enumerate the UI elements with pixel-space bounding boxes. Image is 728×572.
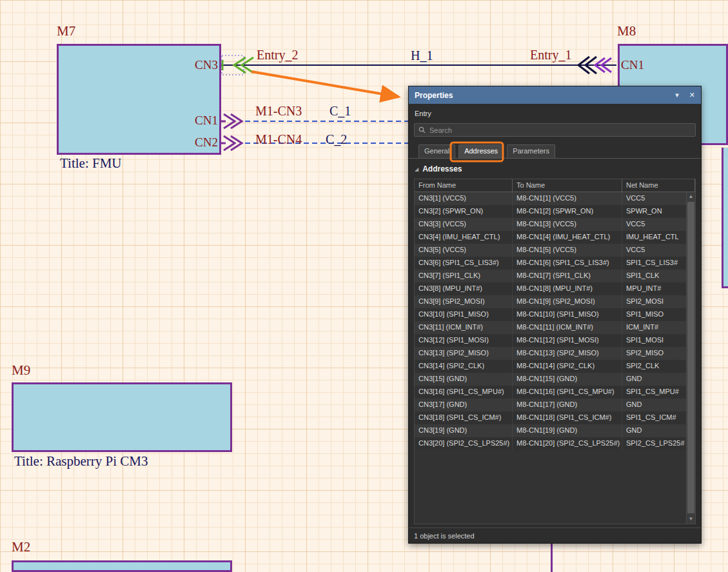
cell-from-name: CN3[15] (GND) [415,373,513,386]
panel-tabs: General Addresses Parameters [409,144,701,159]
cell-net-name: SPI2_CS_LPS25# [622,437,686,450]
cell-net-name: SPI1_CS_MPU# [622,386,686,399]
cell-to-name: M8-CN1[5] (VCC5) [513,244,622,257]
cell-net-name: SPI2_MISO [622,347,686,360]
m7-port-cn3-label[interactable]: CN3 [161,58,218,72]
table-row[interactable]: CN3[10] (SPI1_MISO) M8-CN1[10] (SPI1_MIS… [415,308,686,321]
cell-net-name: SPI1_MOSI [622,334,686,347]
cell-to-name: M8-CN1[6] (SPI1_CS_LIS3#) [513,257,622,270]
tab-parameters[interactable]: Parameters [507,144,555,158]
cell-from-name: CN3[20] (SPI2_CS_LPS25#) [415,437,513,450]
cell-from-name: CN3[7] (SPI1_CLK) [415,270,513,282]
cell-from-name: CN3[9] (SPI2_MOSI) [415,295,513,308]
cell-net-name: SPI1_CS_ICM# [622,411,686,424]
cell-net-name: GND [622,399,686,411]
m7-port-cn1-label[interactable]: CN1 [161,113,218,128]
net-label-m1-cn3[interactable]: M1-CN3 [255,104,302,119]
vertical-scrollbar[interactable]: ▲ ▼ [686,192,695,524]
table-row[interactable]: CN3[18] (SPI1_CS_ICM#) M8-CN1[18] (SPI1_… [415,411,686,424]
panel-close-icon[interactable]: ✕ [689,91,695,99]
table-row[interactable]: CN3[7] (SPI1_CLK) M8-CN1[7] (SPI1_CLK) S… [415,270,686,282]
cell-to-name: M8-CN1[17] (GND) [513,399,622,411]
net-label-h-1[interactable]: H_1 [411,48,433,63]
cell-to-name: M8-CN1[10] (SPI1_MISO) [513,308,622,321]
cell-from-name: CN3[12] (SPI1_MOSI) [415,334,513,347]
table-row[interactable]: CN3[5] (VCC5) M8-CN1[5] (VCC5) VCC5 [415,244,686,257]
cell-to-name: M8-CN1[8] (MPU_INT#) [513,282,622,295]
net-label-m1-cn4[interactable]: M1-CN4 [255,132,302,147]
tab-general[interactable]: General [418,144,455,158]
net-label-entry-2[interactable]: Entry_2 [257,48,298,63]
table-row[interactable]: CN3[3] (VCC5) M8-CN1[3] (VCC5) VCC5 [415,218,686,231]
cell-from-name: CN3[14] (SPI2_CLK) [415,360,513,373]
cell-to-name: M8-CN1[20] (SPI2_CS_LPS25#) [513,437,622,450]
m7-port-cn2-label[interactable]: CN2 [161,135,218,150]
properties-panel: Properties ▾ ✕ Entry General Addresses P… [408,86,702,544]
table-row[interactable]: CN3[13] (SPI2_MISO) M8-CN1[13] (SPI2_MIS… [415,347,686,360]
m8-designator[interactable]: M8 [617,23,636,39]
m2-designator[interactable]: M2 [12,539,30,555]
column-header-to-name[interactable]: To Name [513,179,622,192]
panel-pin-chevron-down-icon[interactable]: ▾ [675,91,679,99]
cell-to-name: M8-CN1[19] (GND) [513,424,622,437]
search-box[interactable] [414,123,696,137]
scroll-up-icon[interactable]: ▲ [687,192,695,201]
scrollbar-thumb[interactable] [687,202,694,513]
table-row[interactable]: CN3[17] (GND) M8-CN1[17] (GND) GND [415,399,686,411]
cell-from-name: CN3[2] (SPWR_ON) [415,205,513,218]
section-expand-triangle-icon[interactable]: ◢ [415,166,418,172]
table-row[interactable]: CN3[1] (VCC5) M8-CN1[1] (VCC5) VCC5 [415,192,686,205]
cell-to-name: M8-CN1[9] (SPI2_MOSI) [513,295,622,308]
table-row[interactable]: CN3[16] (SPI1_CS_MPU#) M8-CN1[16] (SPI1_… [415,386,686,399]
cell-net-name: SPI1_CLK [622,270,686,282]
cell-from-name: CN3[10] (SPI1_MISO) [415,308,513,321]
cell-net-name: GND [622,424,686,437]
m7-designator[interactable]: M7 [57,23,75,39]
cell-to-name: M8-CN1[7] (SPI1_CLK) [513,270,622,282]
cell-net-name: SPI1_MISO [622,308,686,321]
cell-from-name: CN3[8] (MPU_INT#) [415,282,513,295]
cell-from-name: CN3[19] (GND) [415,424,513,437]
status-bar: 1 object is selected [409,528,701,543]
cell-net-name: GND [622,373,686,386]
table-body: CN3[1] (VCC5) M8-CN1[1] (VCC5) VCC5 CN3[… [415,192,686,450]
table-row[interactable]: CN3[9] (SPI2_MOSI) M8-CN1[9] (SPI2_MOSI)… [415,295,686,308]
addresses-section-header[interactable]: ◢ Addresses [409,164,701,173]
m9-designator[interactable]: M9 [12,362,30,379]
table-row[interactable]: CN3[4] (IMU_HEAT_CTL) M8-CN1[4] (IMU_HEA… [415,231,686,244]
panel-titlebar[interactable]: Properties ▾ ✕ [409,86,701,104]
cell-from-name: CN3[3] (VCC5) [415,218,513,231]
m9-title[interactable]: Title: Raspberry Pi CM3 [14,453,148,469]
table-row[interactable]: CN3[14] (SPI2_CLK) M8-CN1[14] (SPI2_CLK)… [415,360,686,373]
scroll-down-icon[interactable]: ▼ [687,515,695,524]
net-label-entry-1[interactable]: Entry_1 [530,48,571,63]
table-row[interactable]: CN3[6] (SPI1_CS_LIS3#) M8-CN1[6] (SPI1_C… [415,257,686,270]
cell-net-name: IMU_HEAT_CTL [622,231,686,244]
cell-to-name: M8-CN1[14] (SPI2_CLK) [513,360,622,373]
tab-addresses[interactable]: Addresses [458,144,504,158]
column-header-net-name[interactable]: Net Name [622,179,695,192]
table-row[interactable]: CN3[15] (GND) M8-CN1[15] (GND) GND [415,373,686,386]
cell-to-name: M8-CN1[2] (SPWR_ON) [513,205,622,218]
table-row[interactable]: CN3[2] (SPWR_ON) M8-CN1[2] (SPWR_ON) SPW… [415,205,686,218]
table-row[interactable]: CN3[19] (GND) M8-CN1[19] (GND) GND [415,424,686,437]
cell-from-name: CN3[16] (SPI1_CS_MPU#) [415,386,513,399]
table-row[interactable]: CN3[12] (SPI1_MOSI) M8-CN1[12] (SPI1_MOS… [415,334,686,347]
section-title: Addresses [422,164,462,173]
cell-from-name: CN3[6] (SPI1_CS_LIS3#) [415,257,513,270]
m8-port-cn1-label[interactable]: CN1 [621,58,644,72]
search-input[interactable] [429,126,691,134]
net-label-c-2[interactable]: C_2 [326,132,347,147]
table-row[interactable]: CN3[8] (MPU_INT#) M8-CN1[8] (MPU_INT#) M… [415,282,686,295]
m7-title[interactable]: Title: FMU [60,155,122,172]
cell-to-name: M8-CN1[3] (VCC5) [513,218,622,231]
column-header-from-name[interactable]: From Name [415,179,513,192]
cell-net-name: SPI2_CLK [622,360,686,373]
cell-net-name: ICM_INT# [622,321,686,334]
table-row[interactable]: CN3[11] (ICM_INT#) M8-CN1[11] (ICM_INT#)… [415,321,686,334]
net-label-c-1[interactable]: C_1 [330,104,351,119]
cell-net-name: VCC5 [622,218,686,231]
panel-title: Properties [415,91,665,100]
cell-to-name: M8-CN1[12] (SPI1_MOSI) [513,334,622,347]
table-row[interactable]: CN3[20] (SPI2_CS_LPS25#) M8-CN1[20] (SPI… [415,437,686,450]
